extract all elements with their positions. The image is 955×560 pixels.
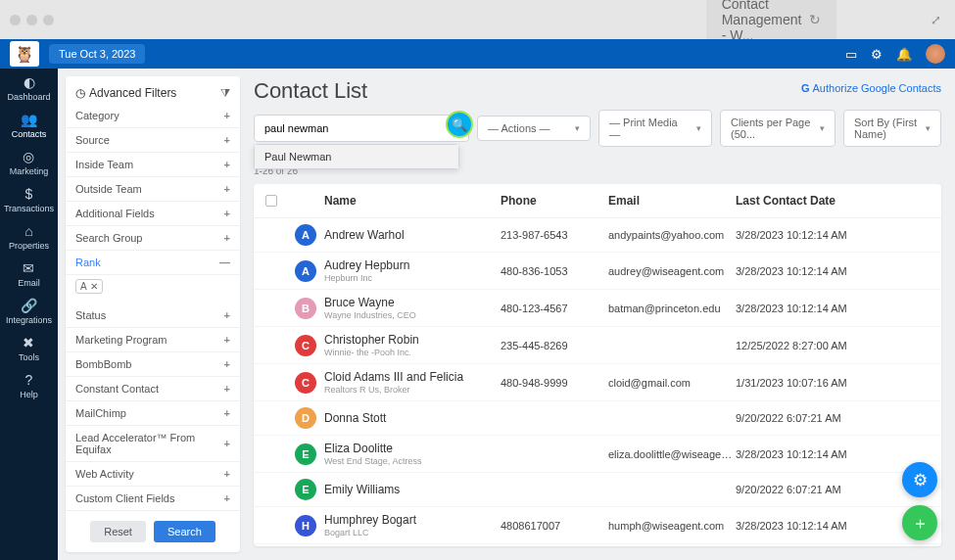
table-row[interactable]: DDonna Stott9/20/2022 6:07:21 AM — [254, 401, 941, 436]
nav-item-integrations[interactable]: 🔗Integrations — [6, 298, 52, 325]
filter-row-rank[interactable]: Rank— — [66, 251, 240, 275]
col-date[interactable]: Last Contact Date — [736, 194, 930, 208]
chat-icon[interactable]: ▭ — [845, 47, 857, 62]
col-phone[interactable]: Phone — [501, 194, 608, 208]
properties-icon: ⌂ — [24, 223, 32, 239]
refresh-icon[interactable]: ↻ — [809, 12, 821, 27]
table-row[interactable]: BBruce WayneWayne Industries, CEO480-123… — [254, 290, 941, 327]
filter-row-custom-client-fields[interactable]: Custom Client Fields+ — [66, 487, 240, 511]
plus-icon: + — [224, 309, 230, 321]
filter-label: Rank — [75, 257, 101, 268]
contact-date: 9/20/2022 6:07:21 AM — [736, 484, 930, 495]
nav-item-transactions[interactable]: $Transactions — [4, 186, 54, 213]
search-input[interactable] — [254, 115, 469, 142]
table-row[interactable]: EEliza DoolitteWest End Stage, Actressel… — [254, 436, 941, 473]
chip-remove-icon[interactable]: ✕ — [90, 281, 98, 292]
contact-subtitle: Winnie- the -Pooh Inc. — [324, 348, 501, 357]
contact-date: 12/25/2022 8:27:00 AM — [736, 340, 930, 351]
settings-icon[interactable]: ⚙ — [871, 47, 883, 62]
filter-label: Source — [75, 134, 110, 146]
filter-row-status[interactable]: Status+ — [66, 303, 240, 328]
nav-label: Help — [20, 390, 38, 399]
contact-name: Cloid Adams III and Felicia — [324, 370, 501, 384]
actions-select[interactable]: — Actions —▾ — [477, 116, 591, 141]
nav-item-dashboard[interactable]: ◐Dashboard — [7, 74, 50, 102]
expand-icon[interactable]: ⤢ — [931, 13, 941, 27]
filter-row-search-group[interactable]: Search Group+ — [66, 226, 240, 251]
browser-titlebar: Contact Management - W... ↻ ⤢ — [0, 0, 955, 39]
date-display[interactable]: Tue Oct 3, 2023 — [49, 44, 145, 64]
filters-panel: ◷ Advanced Filters ⧩ Category+Source+Ins… — [66, 76, 240, 552]
select-all-checkbox[interactable] — [265, 195, 277, 207]
fab-settings-button[interactable]: ⚙ — [902, 462, 937, 497]
nav-item-properties[interactable]: ⌂Properties — [9, 223, 49, 251]
filter-funnel-icon[interactable]: ⧩ — [220, 86, 230, 100]
contact-email: audrey@wiseagent.com — [608, 265, 736, 277]
col-email[interactable]: Email — [608, 194, 736, 208]
contact-date: 3/28/2023 10:12:14 AM — [736, 265, 930, 277]
max-dot[interactable] — [43, 15, 54, 25]
contact-subtitle: Realtors R Us, Broker — [324, 385, 501, 395]
avatar-initial: D — [295, 407, 316, 429]
close-dot[interactable] — [10, 15, 21, 25]
dashboard-icon: ◐ — [24, 74, 35, 90]
contact-name: Bruce Wayne — [324, 296, 501, 309]
min-dot[interactable] — [26, 15, 37, 25]
contact-email: eliza.doolittle@wiseagent.... — [608, 448, 736, 460]
filter-row-additional-fields[interactable]: Additional Fields+ — [66, 202, 240, 226]
avatar-initial: E — [295, 479, 316, 500]
contact-date: 3/28/2023 10:12:14 AM — [736, 303, 930, 314]
filter-row-constant-contact[interactable]: Constant Contact+ — [66, 377, 240, 401]
nav-label: Email — [18, 278, 40, 288]
filter-row-inside-team[interactable]: Inside Team+ — [66, 153, 240, 177]
table-row[interactable]: CCloid Adams III and FeliciaRealtors R U… — [254, 364, 941, 401]
user-avatar[interactable] — [926, 44, 945, 64]
search-suggestions: Paul Newman — [254, 144, 459, 169]
app-logo[interactable]: 🦉 — [10, 41, 39, 67]
plus-icon: + — [224, 468, 230, 480]
avatar-initial: A — [295, 224, 316, 246]
nav-item-marketing[interactable]: ◎Marketing — [10, 149, 49, 176]
nav-item-help[interactable]: ?Help — [20, 372, 38, 399]
filter-list: Category+Source+Inside Team+Outside Team… — [66, 104, 240, 511]
filter-row-lead-accelerator-from-equifax[interactable]: Lead Accelerator™ From Equifax+ — [66, 426, 240, 462]
fab-add-button[interactable]: ＋ — [902, 505, 937, 540]
filter-row-bombbomb[interactable]: BombBomb+ — [66, 352, 240, 377]
filter-label: Outside Team — [75, 183, 142, 195]
table-row[interactable]: CChristopher RobinWinnie- the -Pooh Inc.… — [254, 327, 941, 364]
nav-item-email[interactable]: ✉Email — [18, 260, 40, 288]
contact-phone: 480-948-9999 — [501, 377, 608, 389]
nav-item-tools[interactable]: ✖Tools — [19, 335, 39, 362]
topbar-icons: ▭ ⚙ 🔔 — [845, 44, 945, 64]
table-row[interactable]: EEmily Williams9/20/2022 6:07:21 AM — [254, 473, 941, 507]
contact-subtitle: Hepburn Inc — [324, 273, 501, 283]
authorize-google-link[interactable]: G Authorize Google Contacts — [801, 82, 941, 94]
clients-per-page-select[interactable]: Clients per Page (50...▾ — [720, 110, 836, 147]
filter-chip[interactable]: A ✕ — [75, 279, 103, 294]
filter-label: Constant Contact — [75, 383, 159, 395]
print-media-select[interactable]: — Print Media —▾ — [598, 110, 712, 147]
search-submit-button[interactable]: 🔍 — [446, 111, 473, 138]
col-name[interactable]: Name — [324, 194, 501, 208]
filter-row-category[interactable]: Category+ — [66, 104, 240, 128]
avatar-initial: C — [295, 335, 316, 356]
table-row[interactable]: AAndrew Warhol213-987-6543andypaints@yah… — [254, 218, 941, 253]
bell-icon[interactable]: 🔔 — [896, 47, 912, 62]
filter-row-outside-team[interactable]: Outside Team+ — [66, 177, 240, 202]
filter-row-marketing-program[interactable]: Marketing Program+ — [66, 328, 240, 352]
search-button[interactable]: Search — [154, 521, 215, 542]
contact-phone: 235-445-8269 — [501, 340, 608, 351]
plus-icon: + — [224, 334, 230, 346]
sort-by-select[interactable]: Sort By (First Name)▾ — [843, 110, 941, 147]
filter-row-mailchimp[interactable]: MailChimp+ — [66, 401, 240, 426]
minus-icon: — — [219, 257, 230, 268]
suggestion-item[interactable]: Paul Newman — [255, 145, 458, 168]
table-row[interactable]: JJack Sparrow and Elizabeth Swanmichelle… — [254, 544, 941, 546]
table-row[interactable]: AAudrey HepburnHepburn Inc480-836-1053au… — [254, 253, 941, 290]
reset-button[interactable]: Reset — [90, 521, 146, 542]
table-row[interactable]: HHumphrey BogartBogart LLC4808617007hump… — [254, 507, 941, 544]
nav-item-contacts[interactable]: 👥Contacts — [12, 112, 47, 139]
filter-label: Status — [75, 309, 106, 321]
filter-row-web-activity[interactable]: Web Activity+ — [66, 462, 240, 487]
filter-row-source[interactable]: Source+ — [66, 128, 240, 153]
